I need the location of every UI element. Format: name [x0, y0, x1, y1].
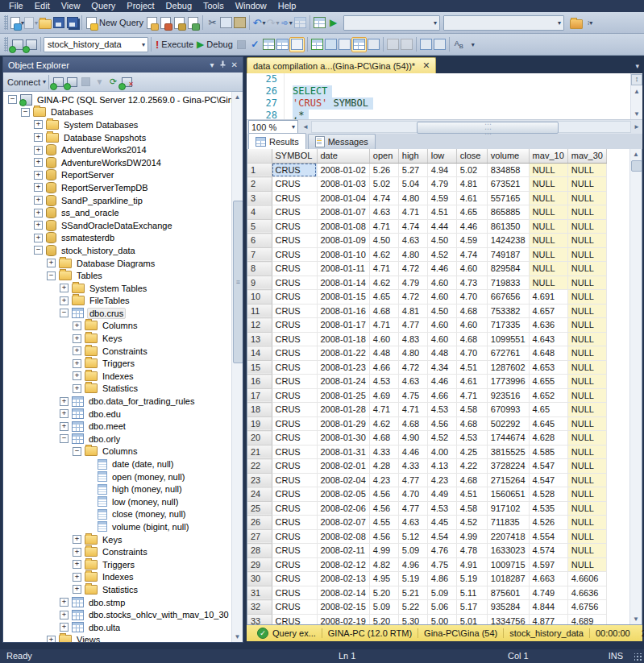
- grid-cell[interactable]: NULL: [567, 177, 606, 192]
- toolbar-overflow-button[interactable]: ▾: [466, 38, 480, 52]
- grid-cell[interactable]: 4.528: [529, 487, 567, 502]
- expander-icon[interactable]: +: [60, 598, 69, 607]
- expander-icon[interactable]: −: [60, 309, 69, 317]
- grid-cell[interactable]: 4.99: [456, 529, 487, 544]
- tree-item[interactable]: +FileTables: [3, 295, 243, 308]
- grid-cell[interactable]: 4.68: [456, 332, 487, 346]
- grid-cell[interactable]: 4.83: [398, 332, 427, 346]
- toolbar-grip[interactable]: [4, 37, 8, 52]
- tree-item[interactable]: +close (money, null): [3, 508, 243, 521]
- grid-cell[interactable]: CRUS: [272, 445, 317, 459]
- grid-cell[interactable]: 4.74: [398, 219, 427, 234]
- redo-button[interactable]: ↷▾: [266, 16, 280, 30]
- row-header[interactable]: 20: [247, 431, 272, 445]
- grid-cell[interactable]: 2008-01-14: [317, 276, 369, 290]
- decrease-indent-button[interactable]: [419, 38, 433, 52]
- grid-cell[interactable]: 2008-02-05: [317, 487, 369, 502]
- column-header-mav_30[interactable]: mav_30: [567, 149, 606, 163]
- grid-cell[interactable]: 4.53: [456, 431, 487, 445]
- grid-cell[interactable]: 4.53: [427, 501, 456, 516]
- grid-cell[interactable]: 4.50: [427, 234, 456, 248]
- grid-cell[interactable]: 4.52: [427, 431, 456, 445]
- grid-cell[interactable]: NULL: [567, 219, 606, 234]
- grid-cell[interactable]: 4.62: [369, 276, 398, 290]
- grid-cell[interactable]: CRUS: [272, 318, 317, 333]
- expander-icon[interactable]: −: [60, 434, 69, 443]
- grid-cell[interactable]: 4.48: [427, 346, 456, 361]
- expander-icon[interactable]: +: [73, 321, 81, 330]
- grid-cell[interactable]: 2008-01-02: [317, 163, 369, 177]
- column-header-low[interactable]: low: [427, 149, 456, 163]
- menu-file[interactable]: File: [3, 0, 29, 12]
- grid-cell[interactable]: 4.95: [369, 572, 398, 586]
- row-header[interactable]: 28: [247, 544, 272, 558]
- tree-item[interactable]: +Columns: [3, 320, 243, 333]
- tree-scrollbar[interactable]: ▲ ▼: [231, 92, 243, 642]
- grid-cell[interactable]: CRUS: [272, 586, 317, 600]
- grid-cell[interactable]: CRUS: [272, 276, 317, 290]
- grid-cell[interactable]: NULL: [567, 247, 606, 262]
- grid-cell[interactable]: 4.68: [369, 431, 398, 445]
- window-position-button[interactable]: ▾: [210, 60, 214, 69]
- tree-item[interactable]: +dbo.meet: [3, 420, 243, 433]
- tree-item[interactable]: +dbo.ulta: [3, 621, 243, 634]
- grid-cell[interactable]: NULL: [529, 177, 567, 192]
- tree-item[interactable]: +Constraints: [3, 345, 243, 358]
- mdx-query-button[interactable]: [159, 16, 172, 30]
- grid-cell[interactable]: CRUS: [272, 487, 317, 502]
- help-library-button[interactable]: [569, 16, 583, 30]
- grid-cell[interactable]: 861350: [487, 219, 529, 234]
- grid-cell[interactable]: NULL: [567, 191, 606, 205]
- tree-item[interactable]: +Indexes: [3, 370, 243, 383]
- grid-cell[interactable]: 4.653: [529, 360, 567, 375]
- column-header-high[interactable]: high: [398, 149, 427, 163]
- scroll-up-icon[interactable]: ▲: [630, 149, 642, 160]
- grid-cell[interactable]: 4.77: [398, 473, 427, 487]
- tree-item[interactable]: +Triggers: [3, 357, 243, 370]
- tree-item[interactable]: +dbo.data_for_trading_rules: [3, 395, 243, 408]
- row-header[interactable]: 31: [247, 586, 272, 600]
- column-header-SYMBOL[interactable]: SYMBOL: [272, 149, 317, 163]
- change-connection-button[interactable]: [24, 38, 38, 52]
- grid-cell[interactable]: 2008-02-07: [317, 516, 369, 530]
- grid-cell[interactable]: CRUS: [272, 529, 317, 544]
- tree-item[interactable]: +high (money, null): [3, 483, 243, 495]
- expander-icon[interactable]: +: [34, 221, 43, 230]
- grid-cell[interactable]: 5.00: [427, 614, 456, 625]
- grid-cell[interactable]: 4.94: [427, 163, 456, 177]
- scroll-down-icon[interactable]: ▼: [232, 632, 243, 642]
- navigate-forward-button[interactable]: [293, 16, 307, 30]
- grid-cell[interactable]: NULL: [567, 431, 606, 445]
- grid-cell[interactable]: 719833: [487, 276, 529, 290]
- grid-cell[interactable]: 4.44: [427, 219, 456, 234]
- row-header[interactable]: 27: [247, 529, 272, 544]
- grid-cell[interactable]: 2008-01-03: [317, 177, 369, 192]
- grid-cell[interactable]: 4.68: [398, 416, 427, 431]
- row-header[interactable]: 32: [247, 600, 272, 615]
- scroll-down-icon[interactable]: ▼: [630, 614, 642, 624]
- grid-cell[interactable]: 2008-02-15: [317, 600, 369, 615]
- grid-cell[interactable]: 4.535: [529, 501, 567, 516]
- tree-item[interactable]: +Keys: [3, 533, 243, 546]
- delete-button[interactable]: ✕: [120, 75, 134, 89]
- tree-item[interactable]: −Columns: [3, 445, 243, 458]
- expander-icon[interactable]: +: [34, 234, 43, 242]
- expander-icon[interactable]: +: [34, 183, 43, 192]
- grid-cell[interactable]: 4.81: [398, 304, 427, 318]
- tree-item[interactable]: −stock_history_data: [3, 244, 243, 257]
- expander-icon[interactable]: +: [73, 535, 81, 544]
- row-header[interactable]: 6: [247, 234, 272, 248]
- column-header-open[interactable]: open: [369, 149, 398, 163]
- grid-cell[interactable]: 4.636: [529, 318, 567, 333]
- grid-cell[interactable]: 4.48: [369, 346, 398, 361]
- grid-cell[interactable]: CRUS: [272, 163, 317, 177]
- grid-cell[interactable]: CRUS: [272, 234, 317, 248]
- scroll-up-icon[interactable]: ▲: [634, 87, 640, 97]
- grid-cell[interactable]: NULL: [567, 473, 606, 487]
- client-statistics-button[interactable]: [324, 38, 338, 52]
- grid-cell[interactable]: 4.59: [427, 191, 456, 205]
- database-engine-query-button[interactable]: [145, 16, 159, 30]
- grid-cell[interactable]: CRUS: [272, 403, 317, 417]
- uncomment-button[interactable]: [400, 38, 413, 52]
- grid-cell[interactable]: CRUS: [272, 416, 317, 431]
